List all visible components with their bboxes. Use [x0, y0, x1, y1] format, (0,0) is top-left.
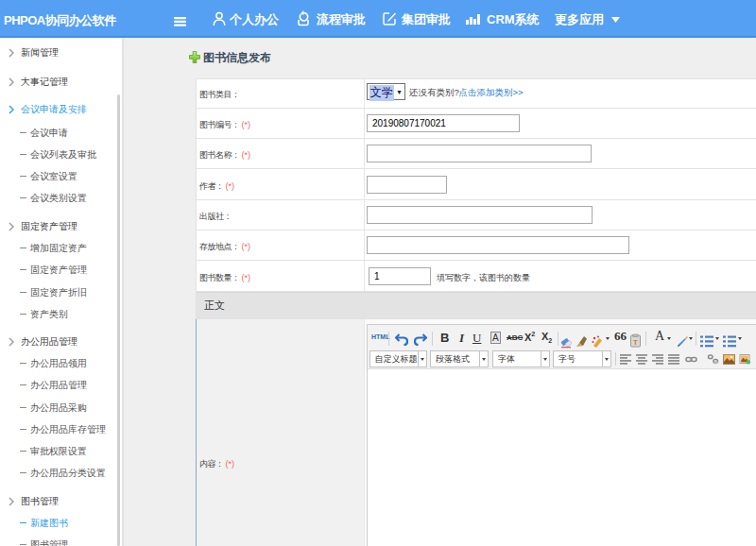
svg-text:T: T — [633, 338, 638, 347]
